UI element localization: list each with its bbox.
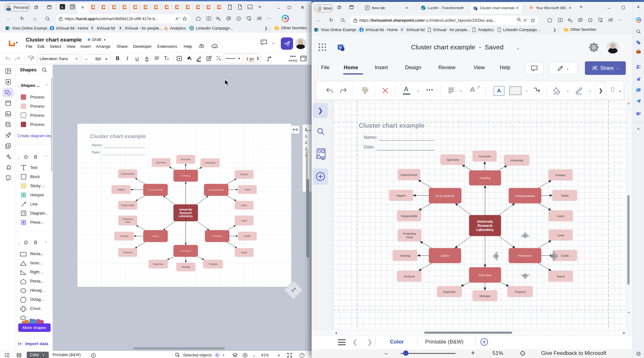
svg-text:Responsible: Responsible — [401, 214, 417, 218]
svg-text:Manage: Manage — [181, 266, 190, 268]
svg-text:Undergraduate: Undergraduate — [515, 194, 535, 198]
svg-text:Accounts: Accounts — [478, 154, 491, 158]
svg-text:Safety: Safety — [152, 235, 159, 238]
svg-text:Learn: Learn — [557, 214, 564, 218]
svg-text:Teach: Teach — [241, 251, 247, 254]
svg-text:Safety: Safety — [441, 254, 449, 257]
svg-text:”: ” — [262, 40, 264, 43]
svg-text:Post docs: Post docs — [479, 273, 492, 277]
svg-text:Post docs: Post docs — [180, 249, 191, 252]
svg-text:Professors: Professors — [212, 235, 223, 238]
svg-text:Protocol: Protocol — [123, 251, 132, 254]
svg-text:T: T — [637, 113, 639, 115]
svg-text:V: V — [339, 45, 342, 50]
svg-text:Sponsors: Sponsors — [156, 161, 166, 164]
svg-text:Funding: Funding — [480, 176, 490, 180]
svg-text:University: University — [179, 208, 192, 211]
svg-text:Ph.D students: Ph.D students — [436, 194, 455, 198]
svg-text:University: University — [510, 159, 523, 162]
svg-text:Projects: Projects — [209, 263, 217, 266]
svg-text:Gear: Gear — [125, 221, 130, 223]
svg-text:Training: Training — [400, 254, 410, 257]
svg-text:University: University — [205, 161, 215, 164]
svg-text:Protocol: Protocol — [404, 275, 415, 278]
svg-text:Accounts: Accounts — [181, 158, 191, 161]
svg-text:Experiments: Experiments — [401, 173, 417, 176]
svg-text:Research: Research — [478, 224, 492, 227]
svg-text:Laboratory: Laboratory — [179, 215, 193, 218]
svg-text:V: V — [474, 7, 476, 9]
svg-text:Guide: Guide — [244, 235, 250, 238]
svg-text:Expertise: Expertise — [153, 263, 163, 266]
svg-text:University: University — [477, 220, 493, 223]
svg-text:Laboratory: Laboratory — [476, 228, 494, 232]
svg-text:Funding: Funding — [181, 174, 190, 177]
svg-text:Teach: Teach — [557, 275, 564, 278]
svg-text:Protective: Protective — [122, 218, 133, 221]
svg-text:Protective: Protective — [403, 232, 416, 235]
svg-text:Ph.D students: Ph.D students — [148, 188, 163, 191]
svg-text:Lead: Lead — [557, 233, 564, 237]
svg-text:Research: Research — [180, 211, 192, 215]
svg-text:Experiments: Experiments — [121, 172, 134, 175]
svg-text:Papers: Papers — [396, 194, 406, 197]
svg-text:Gear: Gear — [406, 235, 413, 239]
svg-text:Tasks: Tasks — [561, 194, 569, 197]
svg-text:Training: Training — [120, 235, 128, 238]
svg-text:Lead: Lead — [242, 219, 247, 222]
svg-text:Learn: Learn — [241, 204, 247, 207]
svg-text:Projects: Projects — [515, 290, 526, 294]
svg-text:Posters: Posters — [555, 173, 565, 177]
svg-text:Manage: Manage — [480, 294, 490, 298]
svg-text:Guide: Guide — [561, 254, 569, 257]
svg-text:?: ? — [301, 354, 303, 357]
svg-text:Undergraduate: Undergraduate — [208, 188, 224, 191]
svg-text:Responsible: Responsible — [121, 204, 134, 207]
svg-text:Professors: Professors — [518, 254, 532, 257]
svg-text:Expertise: Expertise — [443, 290, 456, 294]
svg-text:Tasks: Tasks — [244, 188, 250, 191]
svg-text:Papers: Papers — [117, 188, 125, 191]
svg-text:Posters: Posters — [240, 173, 248, 176]
svg-text:Sponsors: Sponsors — [447, 158, 459, 161]
